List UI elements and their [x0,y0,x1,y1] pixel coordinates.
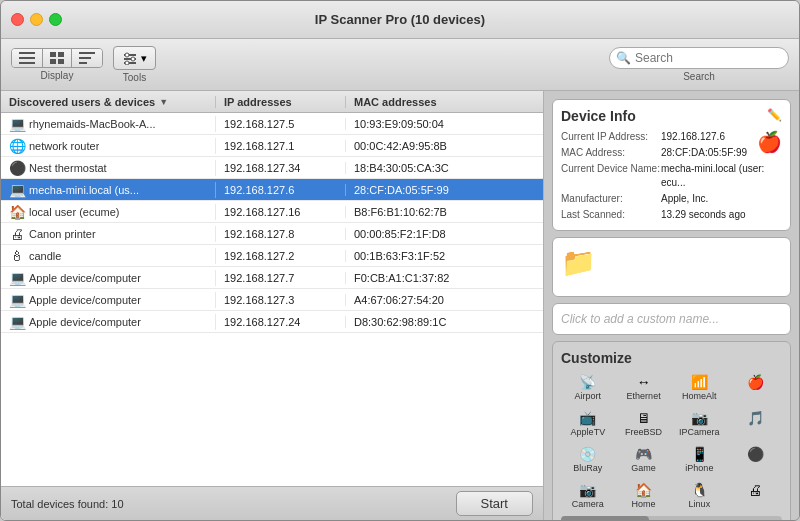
customize-item-label: BluRay [573,464,602,474]
customize-item-label: Ethernet [627,392,661,402]
last-scanned-value: 13.29 seconds ago [661,208,746,222]
customize-item[interactable]: 📱 iPhone [673,444,727,476]
sort-arrow-icon: ▼ [159,97,168,107]
table-row[interactable]: ⚫ Nest thermostat 192.168.127.34 18:B4:3… [1,157,543,179]
ip-cell: 192.168.127.6 [216,184,346,196]
device-name-cell: network router [29,140,99,152]
maximize-button[interactable] [49,13,62,26]
customize-item[interactable]: 🎵 [728,408,782,440]
table-row[interactable]: 💻 Apple device/computer 192.168.127.24 D… [1,311,543,333]
mac-cell: 28:CF:DA:05:5F:99 [346,184,543,196]
customize-item-label: HomeAlt [682,392,717,402]
device-name-cell: Canon printer [29,228,96,240]
mac-cell: D8:30:62:98:89:1C [346,316,543,328]
customize-scrollbar[interactable] [561,516,782,520]
customize-item-icon: 🎮 [635,446,652,462]
edit-icon[interactable]: ✏️ [767,108,782,122]
table-row[interactable]: 💻 mecha-mini.local (us... 192.168.127.6 … [1,179,543,201]
customize-item[interactable]: 🏠 Home [617,480,671,512]
device-name-label: Current Device Name: [561,162,661,190]
toolbar: Display ▾ Tools 🔍 Search [1,39,799,91]
device-name-cell: candle [29,250,61,262]
customize-item[interactable]: 📡 Airport [561,372,615,404]
table-row[interactable]: 💻 rhynemaids-MacBook-A... 192.168.127.5 … [1,113,543,135]
tools-button[interactable]: ▾ [113,46,156,70]
customize-item-icon: 📷 [691,410,708,426]
scrollbar-thumb [561,516,649,520]
list-view-button[interactable] [12,49,43,67]
customize-item-icon: 📺 [579,410,596,426]
customize-item[interactable]: 💿 BluRay [561,444,615,476]
search-icon: 🔍 [616,51,631,65]
search-input[interactable] [609,47,789,69]
customize-item[interactable]: 📷 IPCamera [673,408,727,440]
device-name-cell: mecha-mini.local (us... [29,184,139,196]
customize-item[interactable]: 🍎 [728,372,782,404]
customize-item[interactable]: ↔ Ethernet [617,372,671,404]
device-type-icon: 💻 [9,314,25,330]
main-window: IP Scanner Pro (10 devices) [0,0,800,521]
device-type-icon: 💻 [9,182,25,198]
table-row[interactable]: 💻 Apple device/computer 192.168.127.7 F0… [1,267,543,289]
table-row[interactable]: 🕯 candle 192.168.127.2 00:1B:63:F3:1F:52 [1,245,543,267]
customize-item[interactable]: 📺 AppleTV [561,408,615,440]
close-button[interactable] [11,13,24,26]
ip-column-header: IP addresses [216,96,346,108]
main-content: Discovered users & devices ▼ IP addresse… [1,91,799,520]
customize-item-icon: 📷 [579,482,596,498]
last-scanned-row: Last Scanned: 13.29 seconds ago [561,208,782,222]
display-label: Display [41,70,74,81]
svg-rect-3 [50,52,56,57]
mac-label: MAC Address: [561,146,661,160]
svg-point-13 [125,53,129,57]
tools-label: Tools [123,72,146,83]
start-button[interactable]: Start [456,491,533,516]
apple-logo-icon: 🍎 [757,130,782,154]
custom-name-section[interactable]: Click to add a custom name... [552,303,791,335]
customize-item[interactable]: 📶 HomeAlt [673,372,727,404]
device-name-value: mecha-mini.local (user: ecu... [661,162,782,190]
detail-view-button[interactable] [72,49,102,67]
customize-item[interactable]: 🐧 Linux [673,480,727,512]
customize-title: Customize [561,350,782,366]
ip-cell: 192.168.127.7 [216,272,346,284]
table-row[interactable]: 🏠 local user (ecume) 192.168.127.16 B8:F… [1,201,543,223]
table-row[interactable]: 🌐 network router 192.168.127.1 00:0C:42:… [1,135,543,157]
ip-cell: 192.168.127.2 [216,250,346,262]
display-buttons [11,48,103,68]
customize-item[interactable]: 🎮 Game [617,444,671,476]
mac-cell: 10:93:E9:09:50:04 [346,118,543,130]
table-row[interactable]: 🖨 Canon printer 192.168.127.8 00:00:85:F… [1,223,543,245]
manufacturer-value: Apple, Inc. [661,192,708,206]
table-body[interactable]: 💻 rhynemaids-MacBook-A... 192.168.127.5 … [1,113,543,486]
search-container: 🔍 Search [609,47,789,82]
customize-item-icon: 📡 [579,374,596,390]
customize-item-label: Airport [575,392,602,402]
customize-item[interactable]: 🖥 FreeBSD [617,408,671,440]
customize-item[interactable]: 📷 Camera [561,480,615,512]
customize-item-icon: ↔ [637,374,651,390]
ip-cell: 192.168.127.24 [216,316,346,328]
customize-item[interactable]: ⚫ [728,444,782,476]
customize-item-label: Home [632,500,656,510]
customize-item-icon: 🖨 [748,482,762,498]
customize-item[interactable]: 🖨 [728,480,782,512]
customize-section: Customize 📡 Airport ↔ Ethernet 📶 HomeAlt… [552,341,791,520]
device-type-icon: 💻 [9,292,25,308]
traffic-lights [11,13,62,26]
mac-cell: 00:0C:42:A9:95:8B [346,140,543,152]
table-row[interactable]: 💻 Apple device/computer 192.168.127.3 A4… [1,289,543,311]
ip-cell: 192.168.127.3 [216,294,346,306]
ip-cell: 192.168.127.1 [216,140,346,152]
svg-rect-9 [79,62,87,64]
device-type-icon: ⚫ [9,160,25,176]
ip-cell: 192.168.127.16 [216,206,346,218]
device-type-icon: 🌐 [9,138,25,154]
svg-rect-6 [58,59,64,64]
minimize-button[interactable] [30,13,43,26]
titlebar: IP Scanner Pro (10 devices) [1,1,799,39]
grid-view-button[interactable] [43,49,72,67]
ip-cell: 192.168.127.34 [216,162,346,174]
device-name-cell: rhynemaids-MacBook-A... [29,118,156,130]
device-name-cell: Apple device/computer [29,316,141,328]
